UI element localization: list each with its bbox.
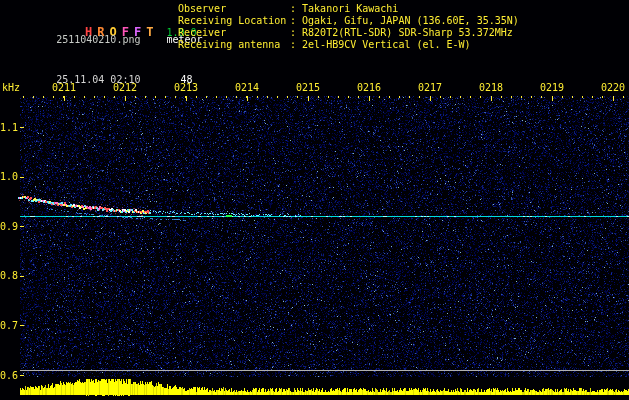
info-row-receiver: ReceiverR820T2(RTL-SDR) SDR-Sharp 53.372… <box>178 27 519 39</box>
observation-info: ObserverTakanori Kawachi Receiving Locat… <box>178 3 519 51</box>
info-value: Takanori Kawachi <box>290 3 398 15</box>
time-tick-label: 0213 <box>174 82 198 93</box>
time-tick-label: 0220 <box>601 82 625 93</box>
freq-tick-label: 1.1 <box>0 122 18 133</box>
time-tick-label: 0214 <box>235 82 259 93</box>
info-label: Observer <box>178 3 290 15</box>
info-value: Ogaki, Gifu, JAPAN (136.60E, 35.35N) <box>290 15 519 27</box>
time-tick-label: 0218 <box>479 82 503 93</box>
time-tick-label: 0219 <box>540 82 564 93</box>
time-tick-label: 0211 <box>52 82 76 93</box>
info-label: Receiving Location <box>178 15 290 27</box>
info-label: Receiver <box>178 27 290 39</box>
freq-axis-unit: kHz <box>2 82 20 93</box>
info-row-observer: ObserverTakanori Kawachi <box>178 3 519 15</box>
freq-tick-label: 1.0 <box>0 171 18 182</box>
info-row-location: Receiving LocationOgaki, Gifu, JAPAN (13… <box>178 15 519 27</box>
info-row-antenna: Receiving antenna2el-HB9CV Vertical (el.… <box>178 39 519 51</box>
info-value: R820T2(RTL-SDR) SDR-Sharp 53.372MHz <box>290 27 513 39</box>
time-tick-label: 0217 <box>418 82 442 93</box>
info-label: Receiving antenna <box>178 39 290 51</box>
time-tick-label: 0216 <box>357 82 381 93</box>
app-logo: HROFFT1.0.0 <box>8 2 203 17</box>
time-tick-label: 0212 <box>113 82 137 93</box>
freq-tick-label: 0.7 <box>0 320 18 331</box>
freq-tick-label: 0.6 <box>0 370 18 381</box>
time-tick-label: 0215 <box>296 82 320 93</box>
header: HROFFT1.0.0 2511040210.pngmeteor 25.11.0… <box>0 0 629 78</box>
hrofft-screen: HROFFT1.0.0 2511040210.pngmeteor 25.11.0… <box>0 0 629 400</box>
freq-tick-label: 0.9 <box>0 221 18 232</box>
info-value: 2el-HB9CV Vertical (el. E-W) <box>290 39 471 51</box>
freq-tick-label: 0.8 <box>0 270 18 281</box>
output-filename: 2511040210.png <box>56 34 140 45</box>
